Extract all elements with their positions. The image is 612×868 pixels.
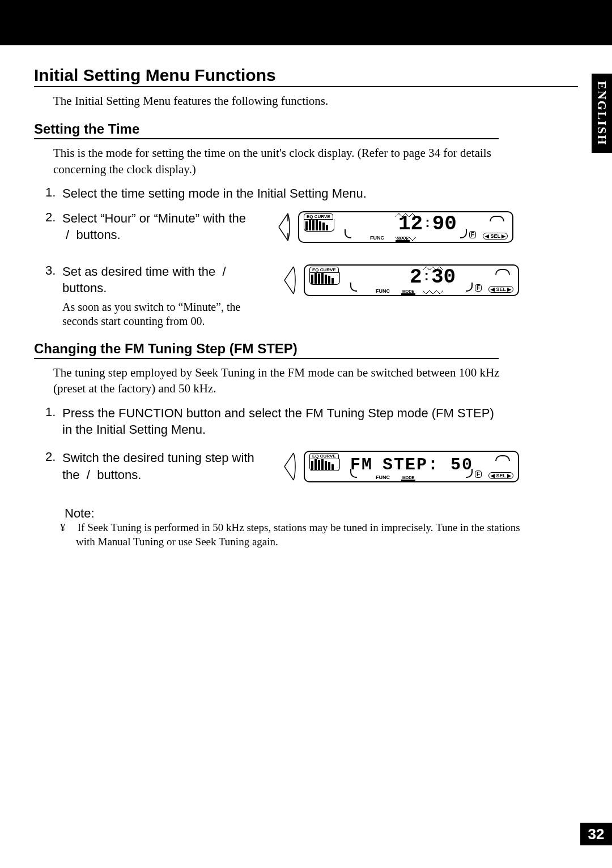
eq-bars-icon: [309, 272, 340, 285]
eq-bars-icon: [309, 459, 340, 471]
time-intro: This is the mode for setting the time on…: [53, 145, 518, 177]
lcd-display: EQ CURVE FUNC MODE FM STEP: 50 F ◀ SEL ▶: [304, 451, 519, 482]
step-text: Set as desired time with the / buttons.: [62, 263, 255, 297]
clock-minute: 90: [432, 212, 457, 236]
pointer-icon: [278, 210, 294, 244]
sel-box: ◀ SEL ▶: [488, 286, 513, 293]
clock-hour: 2: [410, 266, 422, 289]
step-number: 1.: [45, 185, 62, 200]
loop-icon: [495, 269, 510, 275]
func-label: FUNC: [370, 235, 384, 241]
mode-label: MODE: [401, 289, 415, 295]
highlight-bot-icon: [423, 290, 443, 294]
f-badge: F: [475, 471, 482, 478]
sel-box: ◀ SEL ▶: [488, 472, 513, 479]
fm-note: Note: ¥ If Seek Tuning is performed in 5…: [65, 506, 529, 549]
language-tab: ENGLISH: [592, 74, 612, 153]
time-step-3: 3. Set as desired time with the / button…: [45, 263, 578, 328]
header-black-bar: [0, 0, 612, 45]
pointer-icon: [283, 450, 299, 484]
note-heading: Note:: [65, 506, 529, 521]
sel-box: ◀ SEL ▶: [483, 233, 508, 240]
fm-step-readout: FM STEP: 50: [350, 455, 473, 474]
lcd-display: EQ CURVE FUNC MODE 12:90 F: [298, 211, 513, 243]
clock-readout: 12:90: [398, 212, 457, 236]
step-text: Select “Hour” or “Minute” with the / but…: [62, 210, 249, 243]
loop-icon: [495, 455, 510, 461]
highlight-bot-icon: [396, 237, 416, 241]
note-text: If Seek Tuning is performed in 50 kHz st…: [76, 521, 520, 548]
fm-intro: The tuning step employed by Seek Tuning …: [53, 365, 518, 397]
clock-minute: 30: [431, 266, 456, 289]
time-title: Setting the Time: [34, 121, 499, 139]
time-step-2: 2. Select “Hour” or “Minute” with the / …: [45, 210, 578, 244]
eq-bars-icon: [304, 219, 334, 232]
f-badge: F: [475, 284, 482, 292]
step-subnote: As soon as you switch to “Minute”, the s…: [62, 300, 255, 328]
section-title: Initial Setting Menu Functions: [34, 66, 578, 87]
step-number: 3.: [45, 263, 62, 278]
func-label: FUNC: [376, 288, 390, 294]
fm-step-2: 2. Switch the desired tuning step with t…: [45, 450, 578, 484]
time-step-1: 1. Select the time setting mode in the I…: [45, 185, 578, 202]
lcd-figure-fm-step: EQ CURVE FUNC MODE FM STEP: 50 F ◀ SEL ▶: [283, 450, 519, 484]
fm-title: Changing the FM Tuning Step (FM STEP): [34, 341, 499, 359]
clock-readout: 2:30: [410, 266, 456, 289]
lcd-figure-time-minute: EQ CURVE FUNC MODE 2:30 F: [283, 263, 519, 297]
pointer-icon: [283, 263, 299, 297]
step-text: Select the time setting mode in the Init…: [62, 185, 504, 202]
loop-icon: [490, 216, 504, 221]
step-text: Switch the desired tuning step with the …: [62, 450, 255, 483]
step-number: 1.: [45, 405, 62, 420]
step-text: Press the FUNCTION button and select the…: [62, 405, 504, 438]
lcd-display: EQ CURVE FUNC MODE 2:30 F: [304, 264, 519, 296]
lcd-figure-time-hour: EQ CURVE FUNC MODE 12:90 F: [278, 210, 513, 244]
f-badge: F: [469, 231, 476, 238]
func-label: FUNC: [376, 474, 390, 480]
page-number: 32: [580, 823, 612, 845]
note-body: ¥ If Seek Tuning is performed in 50 kHz …: [65, 521, 529, 549]
fm-step-1: 1. Press the FUNCTION button and select …: [45, 405, 578, 438]
clock-hour: 12: [398, 212, 423, 236]
step-number: 2.: [45, 450, 62, 464]
bullet-icon: ¥: [68, 521, 75, 535]
section-intro: The Initial Setting Menu features the fo…: [53, 93, 518, 109]
mode-label: MODE: [401, 476, 415, 481]
step-number: 2.: [45, 210, 62, 225]
